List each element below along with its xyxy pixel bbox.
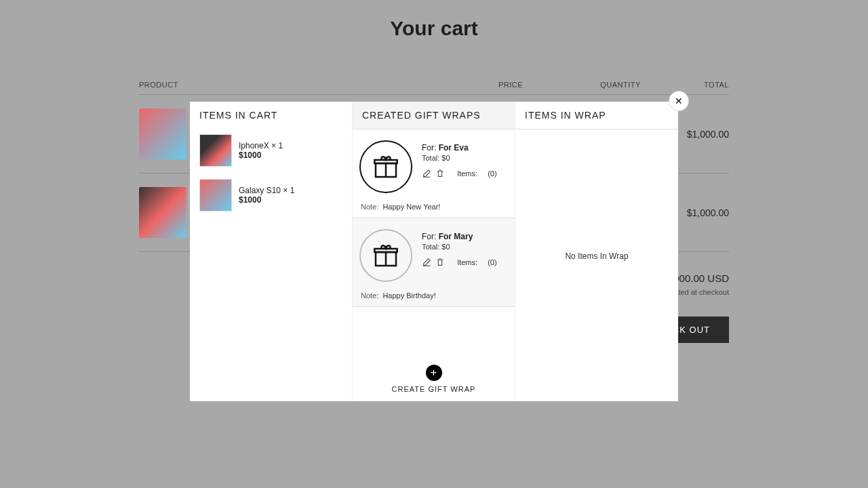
cart-item-name: Galaxy S10 × 1 xyxy=(239,186,294,195)
note-value: Happy Birthday! xyxy=(382,291,435,300)
note-value: Happy New Year! xyxy=(382,203,440,211)
close-icon: ✕ xyxy=(675,96,683,106)
page-title: Your cart xyxy=(0,17,868,40)
for-label: For: xyxy=(422,143,436,152)
created-wraps-header: CREATED GIFT WRAPS xyxy=(353,102,515,129)
total-value: $0 xyxy=(441,243,450,251)
items-in-wrap-header: ITEMS IN WRAP xyxy=(515,102,678,129)
trash-icon[interactable] xyxy=(435,258,445,267)
no-items-message: No Items In Wrap xyxy=(515,129,678,261)
create-wrap-button[interactable]: + xyxy=(426,365,442,381)
header-price: PRICE xyxy=(498,81,580,89)
items-label: Items: xyxy=(457,258,477,266)
create-wrap-label: CREATE GIFT WRAP xyxy=(353,385,515,393)
total-value: $0 xyxy=(441,154,450,162)
gift-icon xyxy=(359,140,412,193)
for-name: For Mary xyxy=(439,232,473,241)
gift-icon xyxy=(359,229,412,282)
cart-table-header: PRODUCT PRICE QUANTITY TOTAL xyxy=(139,81,729,95)
header-quantity: QUANTITY xyxy=(580,81,661,89)
items-count: (0) xyxy=(488,258,496,266)
plus-icon: + xyxy=(431,367,437,379)
for-label: For: xyxy=(422,232,436,241)
for-name: For Eva xyxy=(439,143,469,152)
gift-wrap-card[interactable]: For: For Eva Total: $0 xyxy=(353,129,515,218)
trash-icon[interactable] xyxy=(435,169,445,178)
product-thumbnail xyxy=(139,108,186,159)
product-thumbnail xyxy=(139,187,186,238)
cart-item[interactable]: IphoneX × 1 $1000 xyxy=(199,134,342,167)
gift-wrap-card[interactable]: For: For Mary Total: $0 xyxy=(353,218,515,307)
header-product: PRODUCT xyxy=(139,81,498,89)
cart-item-name: IphoneX × 1 xyxy=(239,141,283,150)
close-button[interactable]: ✕ xyxy=(669,91,689,111)
total-label: Total: xyxy=(422,154,439,162)
cart-item[interactable]: Galaxy S10 × 1 $1000 xyxy=(199,179,342,211)
gift-wrap-modal: ✕ ITEMS IN CART IphoneX × 1 $1000 Galaxy… xyxy=(190,102,678,401)
edit-icon[interactable] xyxy=(422,258,431,267)
note-label: Note: xyxy=(361,291,378,300)
items-count: (0) xyxy=(488,169,496,178)
header-total: TOTAL xyxy=(661,81,729,89)
items-in-cart-header: ITEMS IN CART xyxy=(190,102,352,129)
product-thumbnail xyxy=(199,134,232,167)
cart-item-price: $1000 xyxy=(239,195,294,205)
note-label: Note: xyxy=(361,203,378,211)
total-label: Total: xyxy=(422,243,439,251)
product-thumbnail xyxy=(199,179,232,211)
edit-icon[interactable] xyxy=(422,169,431,178)
items-label: Items: xyxy=(457,169,477,178)
cart-item-price: $1000 xyxy=(239,150,283,160)
